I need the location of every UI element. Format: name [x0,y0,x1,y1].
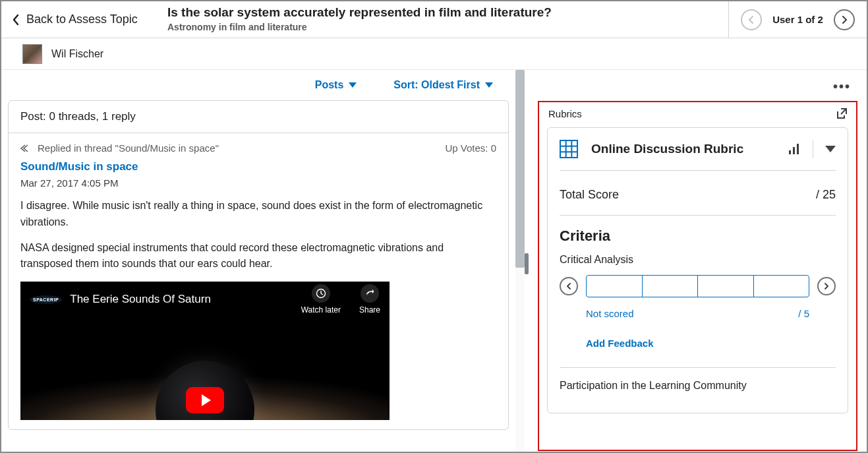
reply-row: Replied in thread "Sound/Music in space"… [20,142,496,154]
post-paragraph-1: I disagree. While music isn't really a t… [20,198,496,231]
page-title: Is the solar system accurately represent… [167,5,720,20]
watch-later-button[interactable]: Watch later [301,284,341,315]
chevron-down-icon [349,82,357,88]
post-timestamp: Mar 27, 2017 4:05 PM [20,177,496,189]
scrollbar-track[interactable] [515,70,525,452]
user-counter: User 1 of 2 [772,14,823,25]
criterion-name: Critical Analysis [560,254,836,266]
chevron-down-icon [485,82,493,88]
app-frame: Back to Assess Topic Is the solar system… [0,0,868,453]
level-cell[interactable] [643,276,699,297]
criterion-block: Critical Analysis [560,254,836,363]
title-area: Is the solar system accurately represent… [159,1,728,38]
level-grid [586,275,809,297]
video-channel-badge: SPACERIP [30,295,62,304]
rubric-card: Online Discussion Rubric [547,127,848,413]
play-icon [202,394,211,406]
post-paragraph-2: NASA designed special instruments that c… [20,240,496,273]
reply-icon [20,144,32,152]
total-score-row: Total Score / 25 [560,171,836,216]
prev-user-button[interactable] [741,9,762,30]
posts-column: Posts Sort: Oldest First Post: 0 threads… [1,70,515,452]
rubric-title: Online Discussion Rubric [591,142,743,156]
upvotes-text: Up Votes: 0 [445,142,496,154]
sort-label: Sort: Oldest First [393,79,480,91]
level-cell[interactable] [587,276,643,297]
back-to-assess-topic-button[interactable]: Back to Assess Topic [1,1,159,38]
criterion-name: Participation in the Learning Community [560,380,836,392]
posts-filter-label: Posts [315,79,344,91]
play-button[interactable] [186,387,224,413]
rubrics-highlight-box: Rubrics [538,101,857,451]
user-bar: Wil Fischer [1,38,867,70]
criteria-heading: Criteria [560,216,836,254]
level-cell[interactable] [698,276,754,297]
chevron-left-icon [747,16,755,24]
rubrics-label: Rubrics [548,108,582,119]
svg-rect-8 [797,144,799,154]
stats-icon[interactable] [788,142,801,156]
avatar [22,44,42,64]
filter-row: Posts Sort: Oldest First [8,79,509,100]
level-cell[interactable] [754,276,809,297]
chevron-left-icon [12,14,20,26]
share-icon [361,284,379,303]
clock-icon [312,284,330,303]
divider [515,70,529,452]
content-row: Posts Sort: Oldest First Post: 0 threads… [1,70,867,452]
more-actions-button[interactable]: ••• [833,79,851,94]
separator [813,140,813,158]
prev-level-button[interactable] [560,277,578,295]
criterion-out-of: / 5 [798,308,809,319]
popout-icon[interactable] [835,107,847,119]
rubrics-column: ••• Rubrics [529,70,867,452]
level-row [560,275,836,297]
rubric-grid-icon [560,140,578,158]
rubric-head: Online Discussion Rubric [560,140,836,171]
total-score-label: Total Score [560,188,619,202]
next-level-button[interactable] [817,277,836,295]
svg-rect-7 [793,147,795,154]
collapse-button[interactable] [825,146,836,152]
watch-later-label: Watch later [301,305,341,315]
not-scored-link[interactable]: Not scored [586,308,634,319]
top-header: Back to Assess Topic Is the solar system… [1,1,867,38]
share-label: Share [359,305,380,315]
user-name: Wil Fischer [51,48,103,60]
back-label: Back to Assess Topic [26,13,138,26]
share-button[interactable]: Share [359,284,380,315]
page-subtitle: Astronomy in film and literature [167,22,720,32]
replied-in-text: Replied in thread "Sound/Music in space" [38,142,219,154]
sort-button[interactable]: Sort: Oldest First [393,79,493,91]
post-body: Replied in thread "Sound/Music in space"… [9,133,508,429]
video-top-bar: SPACERIP The Eerie Sounds Of Saturn Watc… [20,282,390,317]
svg-rect-1 [560,140,577,158]
chevron-left-icon [565,283,572,289]
criterion-block: Participation in the Learning Community [560,367,836,392]
video-title: The Eerie Sounds Of Saturn [70,293,211,306]
post-summary: Post: 0 threads, 1 reply [9,101,508,133]
add-feedback-button[interactable]: Add Feedback [560,328,836,363]
next-user-button[interactable] [834,9,855,30]
chevron-right-icon [823,283,830,289]
svg-rect-6 [789,150,791,154]
chevron-right-icon [840,16,848,24]
post-card: Post: 0 threads, 1 reply Replied in thre… [8,100,509,430]
thread-link[interactable]: Sound/Music in space [20,160,496,173]
right-header: ••• [538,79,857,101]
video-embed[interactable]: SPACERIP The Eerie Sounds Of Saturn Watc… [20,282,390,420]
total-score-out-of: / 25 [816,188,836,202]
criterion-score-line: Not scored / 5 [560,297,836,328]
user-nav: User 1 of 2 [728,1,867,38]
posts-filter-button[interactable]: Posts [315,79,357,91]
rubrics-header-row: Rubrics [539,102,856,127]
scrollbar-thumb[interactable] [515,70,525,268]
